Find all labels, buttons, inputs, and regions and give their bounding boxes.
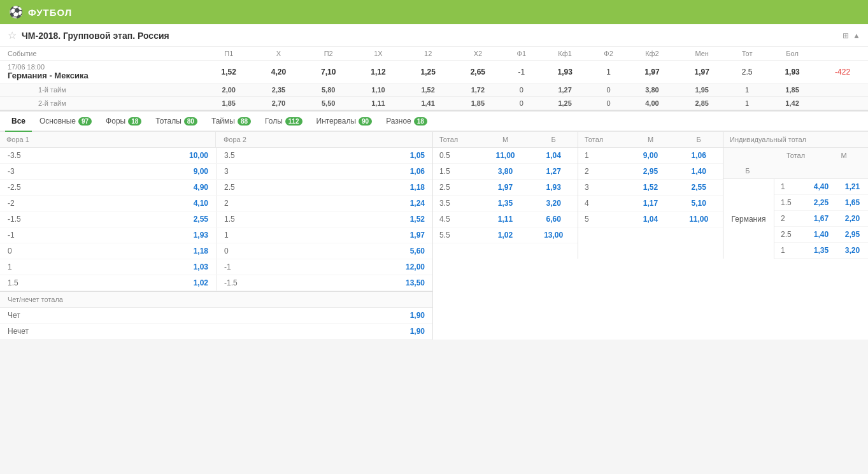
sub1-x2[interactable]: 1,72	[453, 83, 502, 97]
sub1-p2[interactable]: 5,80	[304, 83, 353, 97]
sub2-bol[interactable]: 1,42	[767, 97, 817, 110]
sub2-x2[interactable]: 1,85	[453, 97, 502, 110]
tot-left-m[interactable]: 11,00	[481, 148, 530, 163]
main-1x[interactable]: 1,12	[353, 61, 403, 83]
tot-left-m[interactable]: 3,80	[481, 164, 530, 179]
main-x2[interactable]: 2,65	[453, 61, 502, 83]
sub2-p1[interactable]: 1,85	[204, 97, 253, 110]
fora2-odds[interactable]: 1,18	[410, 183, 425, 192]
tot-right-b[interactable]: 5,10	[674, 196, 723, 211]
tot-right-m[interactable]: 9,00	[627, 148, 675, 163]
fora1-val: -3	[8, 167, 15, 176]
even-odd-odds[interactable]: 1,90	[410, 311, 425, 320]
sub1-1x[interactable]: 1,10	[353, 83, 403, 97]
col-kf1: Кф1	[540, 47, 590, 61]
fora2-val: 3.5	[224, 151, 235, 160]
main-kf1[interactable]: 1,93	[540, 61, 590, 83]
tot-right-m[interactable]: 1,17	[627, 196, 675, 211]
tot-left-m[interactable]: 1,02	[481, 227, 530, 243]
ind-m[interactable]: 1,35	[806, 243, 837, 258]
sub1-12[interactable]: 1,52	[403, 83, 453, 97]
star-icon[interactable]: ☆	[8, 29, 17, 41]
tab-totaly-badge: 80	[184, 117, 197, 126]
sub2-kf2[interactable]: 4,00	[627, 97, 677, 110]
ind-m[interactable]: 2,25	[806, 195, 837, 210]
fora1-odds[interactable]: 4,10	[194, 199, 208, 208]
ind-b[interactable]: 3,20	[837, 243, 868, 258]
tot-left-b[interactable]: 1,93	[529, 180, 578, 195]
tot-left-b[interactable]: 1,04	[529, 148, 578, 163]
fora1-odds[interactable]: 1,93	[194, 231, 208, 240]
ind-b[interactable]: 2,95	[837, 227, 868, 242]
ind-tot: 1	[774, 243, 806, 258]
tot-right-m[interactable]: 2,95	[627, 164, 675, 179]
ind-b[interactable]: 1,65	[837, 195, 868, 210]
fora1-odds[interactable]: 4,90	[194, 183, 208, 192]
tot-left-b[interactable]: 6,60	[529, 212, 578, 227]
fora1-odds[interactable]: 1,02	[194, 278, 208, 287]
tab-goly[interactable]: Голы 112	[259, 111, 308, 132]
sub1-p1[interactable]: 2,00	[204, 83, 253, 97]
tab-all[interactable]: Все	[5, 111, 32, 132]
tot-right-b[interactable]: 1,06	[674, 148, 723, 163]
tot-left-b[interactable]: 13,00	[529, 227, 578, 243]
fora1-odds[interactable]: 10,00	[189, 151, 208, 160]
main-bol[interactable]: 1,93	[767, 61, 817, 83]
tab-raznoe[interactable]: Разное 18	[380, 111, 434, 132]
ind-m[interactable]: 1,40	[806, 227, 837, 242]
sub2-12[interactable]: 1,41	[403, 97, 453, 110]
even-odd-odds[interactable]: 1,90	[410, 327, 425, 336]
fora1-odds[interactable]: 9,00	[194, 167, 208, 176]
tab-osnovnye[interactable]: Основные 97	[33, 111, 98, 132]
tot-right-m[interactable]: 1,52	[627, 180, 675, 195]
fora2-odds[interactable]: 5,60	[410, 247, 425, 255]
tot-right-m[interactable]: 1,04	[627, 212, 675, 227]
fora2-odds[interactable]: 1,52	[410, 215, 425, 224]
main-kf2[interactable]: 1,97	[627, 61, 677, 83]
fora1-odds-header	[152, 132, 215, 147]
fora2-odds[interactable]: 1,24	[410, 199, 425, 208]
sub2-p2[interactable]: 5,50	[304, 97, 353, 110]
fora2-odds[interactable]: 1,06	[410, 167, 425, 176]
tot-right-b[interactable]: 1,40	[674, 164, 723, 179]
sub2-1x[interactable]: 1,11	[353, 97, 403, 110]
main-p1[interactable]: 1,52	[204, 61, 253, 83]
tot-left-b[interactable]: 1,27	[529, 164, 578, 179]
tab-taymy[interactable]: Таймы 88	[205, 111, 257, 132]
fora2-odds[interactable]: 13,50	[406, 278, 425, 287]
tab-fory[interactable]: Форы 18	[99, 111, 148, 132]
main-x[interactable]: 4,20	[253, 61, 303, 83]
collapse-icon[interactable]: ▲	[853, 31, 860, 40]
sub1-bol[interactable]: 1,85	[767, 83, 817, 97]
fora2-odds[interactable]: 12,00	[406, 262, 425, 271]
fora2-odds[interactable]: 1,97	[410, 231, 425, 240]
fora2-odds[interactable]: 1,05	[410, 151, 425, 160]
fora1-odds[interactable]: 1,18	[194, 247, 208, 255]
tab-totaly[interactable]: Тоталы 80	[149, 111, 204, 132]
table-icon[interactable]: ⊞	[843, 31, 849, 40]
sub1-x[interactable]: 2,35	[253, 83, 303, 97]
sub2-men[interactable]: 2,85	[677, 97, 727, 110]
ind-b[interactable]: 1,21	[837, 179, 868, 194]
main-p2[interactable]: 7,10	[304, 61, 353, 83]
tot-right-b[interactable]: 2,55	[674, 180, 723, 195]
ind-m[interactable]: 4,40	[806, 179, 837, 194]
sub2-kf1[interactable]: 1,25	[540, 97, 590, 110]
sub2-x[interactable]: 2,70	[253, 97, 303, 110]
tot-right-b[interactable]: 11,00	[674, 212, 723, 227]
col-bol: Бол	[767, 47, 817, 61]
tot-left-m[interactable]: 1,35	[481, 196, 530, 211]
sub1-men[interactable]: 1,95	[677, 83, 727, 97]
ind-m[interactable]: 1,67	[806, 211, 837, 226]
main-12[interactable]: 1,25	[403, 61, 453, 83]
tot-left-m[interactable]: 1,11	[481, 212, 530, 227]
sub1-kf2[interactable]: 3,80	[627, 83, 677, 97]
tot-left-m[interactable]: 1,97	[481, 180, 530, 195]
tot-left-b[interactable]: 3,20	[529, 196, 578, 211]
fora1-odds[interactable]: 2,55	[194, 215, 208, 224]
sub1-kf1[interactable]: 1,27	[540, 83, 590, 97]
ind-b[interactable]: 2,20	[837, 211, 868, 226]
fora1-odds[interactable]: 1,03	[194, 262, 208, 271]
main-men[interactable]: 1,97	[677, 61, 727, 83]
tab-intervaly[interactable]: Интервалы 90	[310, 111, 379, 132]
